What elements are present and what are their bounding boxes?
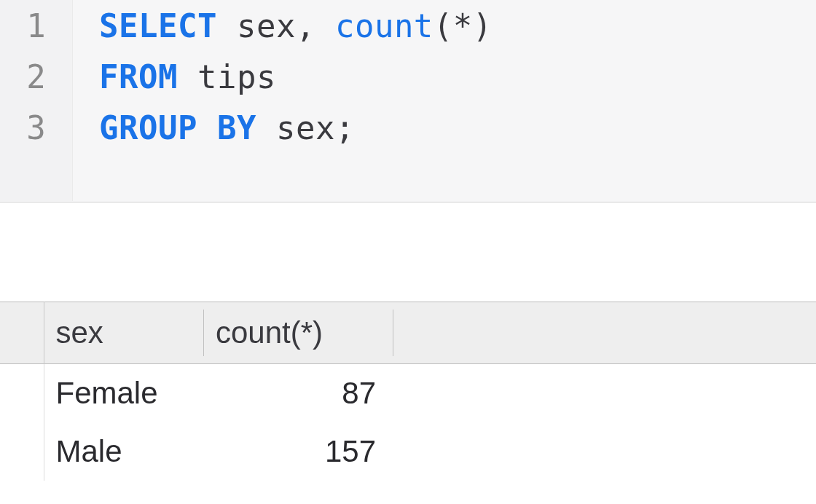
cell-count: 87 xyxy=(204,364,393,423)
cell-sex: Female xyxy=(44,364,204,423)
results-header: sex count(*) xyxy=(0,302,816,364)
table-row[interactable]: Female 87 xyxy=(0,364,816,423)
column-header-count[interactable]: count(*) xyxy=(204,302,393,364)
column-header-sex[interactable]: sex xyxy=(44,302,204,364)
line-number: 1 xyxy=(0,0,73,51)
editor-bottom-padding xyxy=(0,153,816,201)
cell-sex: Male xyxy=(44,422,204,481)
code-line: 2 FROM tips xyxy=(0,51,816,102)
code-content: FROM tips xyxy=(73,58,276,95)
row-index-cell xyxy=(0,364,44,423)
row-index-cell xyxy=(0,422,44,481)
column-header-empty xyxy=(393,302,816,364)
code-line: 1 SELECT sex, count(*) xyxy=(0,0,816,51)
code-content: SELECT sex, count(*) xyxy=(73,7,493,44)
column-header-index[interactable] xyxy=(0,302,44,364)
table-row[interactable]: Male 157 xyxy=(0,422,816,481)
sql-editor[interactable]: 1 SELECT sex, count(*) 2 FROM tips 3 GRO… xyxy=(0,0,816,202)
code-line: 3 GROUP BY sex; xyxy=(0,102,816,153)
results-gap xyxy=(0,202,816,302)
cell-count: 157 xyxy=(204,422,393,481)
line-number: 3 xyxy=(0,102,73,153)
code-content: GROUP BY sex; xyxy=(73,109,355,146)
results-table: sex count(*) Female 87 Male 157 xyxy=(0,302,816,481)
line-number: 2 xyxy=(0,51,73,102)
